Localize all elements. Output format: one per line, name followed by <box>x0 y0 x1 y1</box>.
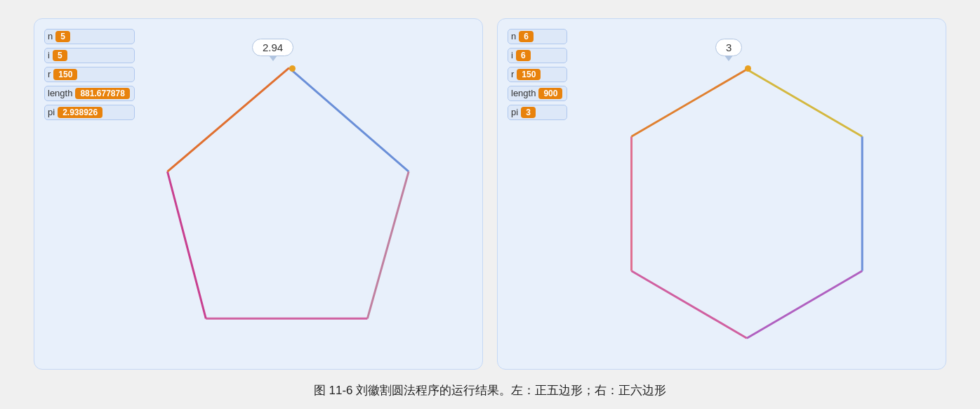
left-tooltip: 2.94 <box>252 39 293 56</box>
right-var-n-label: n <box>511 31 516 41</box>
right-var-n: n 6 <box>508 29 567 44</box>
left-var-r-label: r <box>48 69 51 79</box>
right-var-pi-label: pi <box>511 107 518 117</box>
left-vars-overlay: n 5 i 5 r 150 length 881.677878 pi 2.938… <box>44 29 135 120</box>
right-var-r-value: 150 <box>517 69 541 80</box>
right-var-length-label: length <box>511 88 536 98</box>
panels-row: n 5 i 5 r 150 length 881.677878 pi 2.938… <box>0 18 980 370</box>
right-tooltip: 3 <box>715 39 742 56</box>
left-var-i-label: i <box>48 50 50 60</box>
right-var-n-value: 6 <box>519 31 534 42</box>
right-var-pi-value: 3 <box>521 107 536 118</box>
svg-line-4 <box>168 67 289 171</box>
left-var-length: length 881.677878 <box>44 86 135 101</box>
right-vars-overlay: n 6 i 6 r 150 length 900 pi 3 <box>508 29 567 120</box>
svg-line-8 <box>632 271 747 338</box>
left-var-n-label: n <box>48 31 53 41</box>
left-var-r-value: 150 <box>53 69 77 80</box>
left-var-n: n 5 <box>44 29 135 44</box>
right-var-i: i 6 <box>508 48 567 63</box>
left-var-pi-value: 2.938926 <box>58 107 102 118</box>
right-var-i-value: 6 <box>516 50 531 61</box>
svg-line-3 <box>168 171 206 318</box>
left-var-n-value: 5 <box>55 31 70 42</box>
right-var-r: r 150 <box>508 67 567 82</box>
left-var-i: i 5 <box>44 48 135 63</box>
left-tooltip-dot <box>289 65 296 72</box>
right-tooltip-dot <box>745 65 751 72</box>
left-panel: n 5 i 5 r 150 length 881.677878 pi 2.938… <box>34 18 483 370</box>
svg-line-1 <box>367 171 409 318</box>
left-var-pi-label: pi <box>48 107 55 117</box>
right-var-i-label: i <box>511 50 513 60</box>
svg-line-7 <box>747 271 862 338</box>
right-var-length-value: 900 <box>538 88 562 99</box>
left-var-pi: pi 2.938926 <box>44 105 135 120</box>
left-var-r: r 150 <box>44 67 135 82</box>
left-var-i-value: 5 <box>53 50 67 61</box>
svg-line-0 <box>289 67 409 171</box>
figure-caption: 图 11-6 刘徽割圆法程序的运行结果。左：正五边形；右：正六边形 <box>314 382 666 398</box>
right-panel: n 6 i 6 r 150 length 900 pi 3 3 <box>497 18 946 370</box>
left-var-length-value: 881.677878 <box>75 88 129 99</box>
svg-line-10 <box>632 69 747 136</box>
right-var-pi: pi 3 <box>508 105 567 120</box>
right-var-length: length 900 <box>508 86 567 101</box>
right-var-r-label: r <box>511 69 514 79</box>
left-var-length-label: length <box>48 88 72 98</box>
svg-line-5 <box>747 69 862 136</box>
